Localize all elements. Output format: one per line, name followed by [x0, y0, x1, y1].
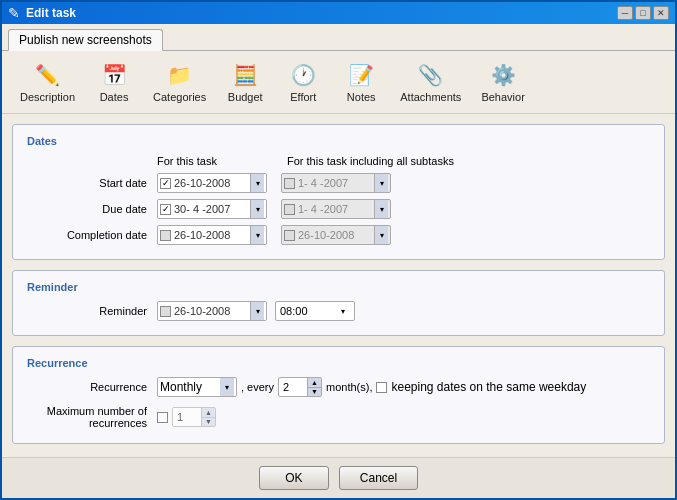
recurrence-label: Recurrence [27, 381, 157, 393]
start-date-task-checkbox[interactable]: ✓ [160, 178, 171, 189]
due-date-subtask-dropdown: ▾ [374, 200, 388, 218]
toolbar-notes-label: Notes [347, 91, 376, 103]
start-date-subtask-value: 1- 4 -2007 [298, 177, 374, 189]
reminder-section: Reminder Reminder 26-10-2008 ▾ 08:00 ▾ [12, 270, 665, 336]
reminder-label: Reminder [27, 305, 157, 317]
toolbar-attachments[interactable]: 📎 Attachments [392, 57, 469, 107]
completion-date-row: Completion date 26-10-2008 ▾ 26-10-2008 … [27, 225, 650, 245]
completion-date-task-dropdown[interactable]: ▾ [250, 226, 264, 244]
max-recurrences-row: Maximum number of recurrences 1 ▲ ▼ [27, 405, 650, 429]
tab-publish-label: Publish new screenshots [19, 33, 152, 47]
every-spinner-up[interactable]: ▲ [308, 378, 321, 388]
due-date-subtask-checkbox [284, 204, 295, 215]
reminder-date-dropdown[interactable]: ▾ [250, 302, 264, 320]
toolbar-behavior[interactable]: ⚙️ Behavior [473, 57, 532, 107]
toolbar: ✏️ Description 📅 Dates 📁 Categories 🧮 Bu… [2, 51, 675, 114]
minimize-button[interactable]: ─ [617, 6, 633, 20]
completion-date-subtask-dropdown: ▾ [374, 226, 388, 244]
max-recurrences-checkbox[interactable] [157, 412, 168, 423]
reminder-row: Reminder 26-10-2008 ▾ 08:00 ▾ [27, 301, 650, 321]
ok-button[interactable]: OK [259, 466, 329, 490]
every-spinner-down[interactable]: ▼ [308, 388, 321, 397]
max-value: 1 [173, 411, 201, 423]
start-date-subtask-input: 1- 4 -2007 ▾ [281, 173, 391, 193]
toolbar-notes[interactable]: 📝 Notes [334, 57, 388, 107]
titlebar-controls: ─ □ ✕ [617, 6, 669, 20]
tab-publish[interactable]: Publish new screenshots [8, 29, 163, 51]
completion-date-label: Completion date [27, 229, 157, 241]
column-headers: For this task For this task including al… [157, 155, 650, 167]
recurrence-type-dropdown[interactable]: ▾ [220, 378, 234, 396]
footer: OK Cancel [2, 457, 675, 498]
titlebar-left: ✎ Edit task [8, 5, 76, 21]
titlebar: ✎ Edit task ─ □ ✕ [2, 2, 675, 24]
completion-date-subtask-value: 26-10-2008 [298, 229, 374, 241]
tab-bar: Publish new screenshots [2, 24, 675, 51]
col-header-task: For this task [157, 155, 287, 167]
reminder-time-value: 08:00 [280, 305, 336, 317]
completion-date-task-value: 26-10-2008 [174, 229, 250, 241]
recurrence-section: Recurrence Recurrence Monthly ▾ , every … [12, 346, 665, 444]
start-date-task-input[interactable]: ✓ 26-10-2008 ▾ [157, 173, 267, 193]
toolbar-behavior-label: Behavior [481, 91, 524, 103]
calendar-icon: 📅 [100, 61, 128, 89]
max-label: Maximum number of recurrences [27, 405, 157, 429]
toolbar-dates-label: Dates [100, 91, 129, 103]
keeping-dates-label[interactable]: keeping dates on the same weekday [376, 380, 586, 394]
start-date-subtask-checkbox [284, 178, 295, 189]
toolbar-dates[interactable]: 📅 Dates [87, 57, 141, 107]
toolbar-categories[interactable]: 📁 Categories [145, 57, 214, 107]
dates-section: Dates For this task For this task includ… [12, 124, 665, 260]
toolbar-effort[interactable]: 🕐 Effort [276, 57, 330, 107]
reminder-date-input[interactable]: 26-10-2008 ▾ [157, 301, 267, 321]
reminder-section-title: Reminder [27, 281, 650, 293]
completion-date-subtask-input: 26-10-2008 ▾ [281, 225, 391, 245]
main-window: ✎ Edit task ─ □ ✕ Publish new screenshot… [0, 0, 677, 500]
folder-icon: 📁 [166, 61, 194, 89]
recurrence-section-title: Recurrence [27, 357, 650, 369]
keeping-dates-checkbox[interactable] [376, 382, 387, 393]
every-value: 2 [279, 381, 307, 393]
completion-date-subtask-checkbox [284, 230, 295, 241]
start-date-label: Start date [27, 177, 157, 189]
completion-date-task-checkbox[interactable] [160, 230, 171, 241]
due-date-row: Due date ✓ 30- 4 -2007 ▾ 1- 4 -2007 ▾ [27, 199, 650, 219]
due-date-task-checkbox[interactable]: ✓ [160, 204, 171, 215]
gear-icon: ⚙️ [489, 61, 517, 89]
start-date-task-dropdown[interactable]: ▾ [250, 174, 264, 192]
due-date-subtask-input: 1- 4 -2007 ▾ [281, 199, 391, 219]
keeping-dates-text: keeping dates on the same weekday [391, 380, 586, 394]
col-header-subtask: For this task including all subtasks [287, 155, 454, 167]
start-date-subtask-dropdown: ▾ [374, 174, 388, 192]
pencil-icon: ✏️ [34, 61, 62, 89]
toolbar-description[interactable]: ✏️ Description [12, 57, 83, 107]
due-date-task-value: 30- 4 -2007 [174, 203, 250, 215]
completion-date-task-input[interactable]: 26-10-2008 ▾ [157, 225, 267, 245]
window-icon: ✎ [8, 5, 20, 21]
max-spinner-down: ▼ [202, 418, 215, 427]
note-icon: 📝 [347, 61, 375, 89]
maximize-button[interactable]: □ [635, 6, 651, 20]
toolbar-categories-label: Categories [153, 91, 206, 103]
toolbar-attachments-label: Attachments [400, 91, 461, 103]
unit-label: month(s), [326, 381, 372, 393]
due-date-subtask-value: 1- 4 -2007 [298, 203, 374, 215]
reminder-date-checkbox[interactable] [160, 306, 171, 317]
content-area: Dates For this task For this task includ… [2, 114, 675, 457]
due-date-task-input[interactable]: ✓ 30- 4 -2007 ▾ [157, 199, 267, 219]
every-value-spinner[interactable]: 2 ▲ ▼ [278, 377, 322, 397]
cancel-button[interactable]: Cancel [339, 466, 418, 490]
toolbar-budget[interactable]: 🧮 Budget [218, 57, 272, 107]
dates-section-title: Dates [27, 135, 650, 147]
calculator-icon: 🧮 [231, 61, 259, 89]
max-spinner-up: ▲ [202, 408, 215, 418]
close-button[interactable]: ✕ [653, 6, 669, 20]
paperclip-icon: 📎 [417, 61, 445, 89]
reminder-time-input[interactable]: 08:00 ▾ [275, 301, 355, 321]
due-date-task-dropdown[interactable]: ▾ [250, 200, 264, 218]
due-date-label: Due date [27, 203, 157, 215]
start-date-task-value: 26-10-2008 [174, 177, 250, 189]
recurrence-type-select[interactable]: Monthly ▾ [157, 377, 237, 397]
reminder-time-dropdown[interactable]: ▾ [336, 307, 350, 316]
recurrence-type-value: Monthly [160, 380, 220, 394]
